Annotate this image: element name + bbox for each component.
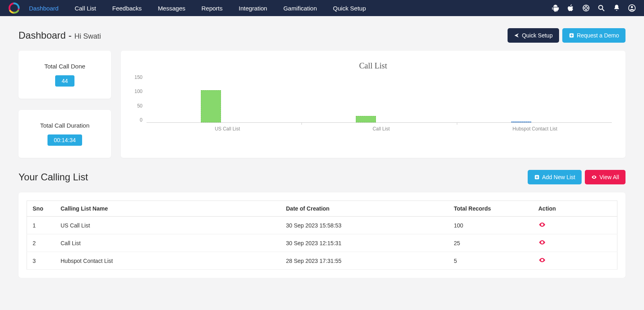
svg-point-8: [541, 224, 543, 225]
bar-group: [201, 90, 221, 122]
table-header: Date of Creation: [281, 201, 448, 217]
chart-card: Call List 150100500 US Call ListCall Lis…: [121, 51, 625, 158]
page-title-text: Dashboard: [19, 30, 66, 41]
y-tick: 150: [134, 74, 142, 80]
view-row-button[interactable]: [539, 221, 546, 228]
total-call-done-card: Total Call Done 44: [19, 51, 111, 99]
view-row-button[interactable]: [539, 239, 546, 246]
total-call-done-label: Total Call Done: [27, 63, 103, 70]
table-header: Action: [533, 201, 617, 217]
table-cell-date: 28 Sep 2023 17:31:55: [281, 252, 448, 270]
table-cell-action: [533, 234, 617, 252]
svg-point-1: [585, 7, 588, 10]
table-header: Calling List Name: [55, 201, 281, 217]
total-call-duration-label: Total Call Duration: [27, 122, 103, 129]
add-new-list-label: Add New List: [542, 174, 575, 180]
chart-plot: [147, 74, 612, 123]
request-demo-button[interactable]: Request a Demo: [562, 28, 625, 43]
svg-point-4: [631, 6, 633, 8]
table-cell-records: 100: [448, 217, 533, 234]
table-cell-name: US Call List: [55, 217, 281, 234]
android-icon[interactable]: [551, 4, 559, 12]
calling-list-title: Your Calling List: [19, 172, 88, 183]
y-tick: 0: [140, 117, 142, 123]
calling-list-table: SnoCalling List NameDate of CreationTota…: [27, 200, 617, 270]
bar[interactable]: [201, 90, 221, 122]
apple-icon[interactable]: [567, 4, 575, 12]
search-icon[interactable]: [597, 4, 605, 12]
logo-icon: [8, 2, 20, 14]
bar-group: [356, 116, 376, 122]
plus-square-icon: [569, 33, 574, 38]
table-cell-records: 25: [448, 234, 533, 252]
bell-icon[interactable]: [613, 4, 621, 12]
x-tick: Hubspot Contact List: [458, 126, 612, 132]
calling-list-section: Your Calling List Add New List View All …: [0, 158, 644, 278]
bar[interactable]: [356, 116, 376, 122]
chart-x-axis: US Call ListCall ListHubspot Contact Lis…: [151, 126, 612, 132]
table-cell-date: 30 Sep 2023 15:58:53: [281, 217, 448, 234]
page-greeting: Hi Swati: [74, 32, 101, 40]
navbar-right: [551, 4, 636, 12]
table-cell-sno: 2: [27, 234, 55, 252]
nav-link-messages[interactable]: Messages: [158, 5, 185, 12]
bar[interactable]: [511, 122, 531, 122]
calling-list-table-card: SnoCalling List NameDate of CreationTota…: [19, 192, 625, 278]
table-cell-sno: 3: [27, 252, 55, 270]
eye-icon: [591, 174, 597, 180]
table-cell-records: 5: [448, 252, 533, 270]
y-tick: 50: [137, 103, 142, 109]
table-header: Sno: [27, 201, 55, 217]
table-row: 3Hubspot Contact List28 Sep 2023 17:31:5…: [27, 252, 617, 270]
plus-square-icon: [534, 174, 540, 180]
table-cell-name: Hubspot Contact List: [55, 252, 281, 270]
view-all-button[interactable]: View All: [585, 170, 625, 184]
view-all-label: View All: [599, 174, 619, 180]
bar-group: [511, 122, 531, 122]
chart-y-axis: 150100500: [134, 74, 147, 123]
table-row: 1US Call List30 Sep 2023 15:58:53100: [27, 217, 617, 234]
total-call-duration-card: Total Call Duration 00:14:34: [19, 110, 111, 158]
table-row: 2Call List30 Sep 2023 12:15:3125: [27, 234, 617, 252]
request-demo-label: Request a Demo: [577, 32, 619, 39]
nav-links: DashboardCall ListFeedbacksMessagesRepor…: [29, 5, 366, 12]
account-icon[interactable]: [628, 4, 636, 12]
y-tick: 100: [134, 89, 142, 94]
table-cell-sno: 1: [27, 217, 55, 234]
help-icon[interactable]: [582, 4, 590, 12]
x-tick: Call List: [304, 126, 458, 132]
svg-point-10: [541, 260, 543, 261]
navbar: DashboardCall ListFeedbacksMessagesRepor…: [0, 0, 644, 16]
table-cell-action: [533, 252, 617, 270]
nav-link-reports[interactable]: Reports: [202, 5, 223, 12]
table-cell-action: [533, 217, 617, 234]
total-call-done-value: 44: [55, 75, 74, 87]
page-header: Dashboard - Hi Swati Quick Setup Request…: [0, 16, 644, 51]
x-tick: US Call List: [151, 126, 304, 132]
quick-setup-button[interactable]: Quick Setup: [508, 28, 559, 43]
svg-point-9: [541, 242, 543, 243]
nav-link-quick-setup[interactable]: Quick Setup: [333, 5, 366, 12]
nav-link-integration[interactable]: Integration: [239, 5, 267, 12]
add-new-list-button[interactable]: Add New List: [528, 170, 582, 184]
page-title: Dashboard - Hi Swati: [19, 30, 101, 41]
table-cell-name: Call List: [55, 234, 281, 252]
svg-point-7: [594, 177, 594, 178]
table-cell-date: 30 Sep 2023 12:15:31: [281, 234, 448, 252]
nav-link-feedbacks[interactable]: Feedbacks: [112, 5, 142, 12]
arrow-icon: [514, 33, 520, 38]
quick-setup-label: Quick Setup: [522, 32, 553, 39]
total-call-duration-value: 00:14:34: [47, 134, 83, 146]
view-row-button[interactable]: [539, 256, 546, 264]
nav-link-call-list[interactable]: Call List: [74, 5, 96, 12]
nav-link-dashboard[interactable]: Dashboard: [29, 5, 58, 12]
table-header: Total Records: [448, 201, 533, 217]
nav-link-gamification[interactable]: Gamification: [283, 5, 317, 12]
chart-title: Call List: [134, 61, 612, 70]
logo[interactable]: [8, 2, 21, 14]
dashboard-row: Total Call Done 44 Total Call Duration 0…: [0, 51, 644, 158]
